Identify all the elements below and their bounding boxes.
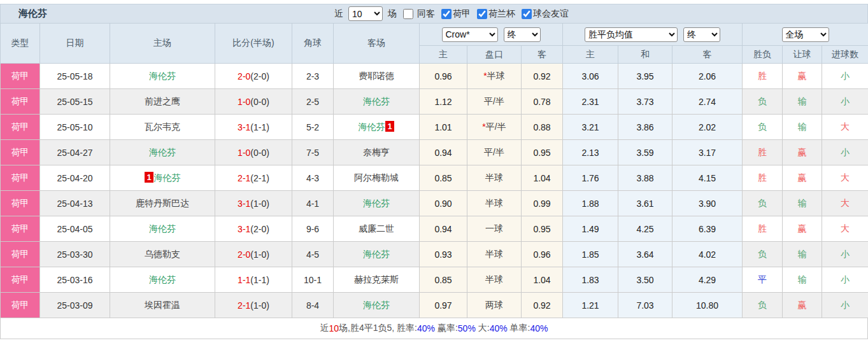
dutch-cup-checkbox[interactable] [477,9,487,19]
score-cell: 3-1(2-0) [215,216,292,242]
handicap-odds-home-cell: 0.97 [420,293,467,318]
league-type-cell: 荷甲 [1,267,40,293]
table-row: 荷甲 25-04-13 鹿特丹斯巴达 3-1(1-0) 4-1 海伦芬 0.90… [1,191,868,216]
eredivisie-checkbox[interactable] [441,9,452,19]
summary-line: 近10场,胜4平1负5, 胜率:40% 赢率:50% 大:40% 单率:40% [0,318,868,339]
date-cell: 25-03-09 [40,293,110,318]
away-team-cell: 赫拉克莱斯 [334,267,420,293]
date-cell: 25-03-16 [40,267,110,293]
result-cell: 胜 [743,140,783,165]
corners-cell: 4-3 [292,165,334,191]
odds-time-select[interactable]: 终 [504,27,541,42]
handicap-odds-away-cell: 0.78 [522,89,563,115]
corners-cell: 9-6 [292,216,334,242]
win-draw-lose-avg-select[interactable]: 胜平负均值 [585,27,678,42]
date-cell: 25-05-18 [40,64,110,89]
team-name[interactable]: 埃因霍温 [145,300,180,310]
dutch-cup-label: 荷兰杯 [488,8,515,20]
avg-away-odds-cell: 2.02 [672,115,743,140]
halftime-score: (2-0) [250,224,269,234]
league-type-cell: 荷甲 [1,115,40,140]
handicap-line-cell: 两球 [467,293,522,318]
fulltime-score: 3-1 [238,224,250,234]
summary-segment: 近 [320,323,329,334]
result-cell: 负 [743,293,783,318]
goals-over-under-cell: 大 [822,191,868,216]
handicap-odds-away-cell: 1.04 [522,267,563,293]
recent-count-select[interactable]: 10 [348,6,383,21]
subcol-avg-away: 客 [672,46,743,64]
avg-draw-odds-cell: 3.73 [618,89,672,115]
eredivisie-label: 荷甲 [453,8,471,20]
avg-away-odds-cell: 3.17 [672,140,743,165]
team-name[interactable]: 威廉二世 [359,223,394,234]
col-home: 主场 [110,24,215,64]
subcol-goals: 进球数 [822,46,868,64]
league-type-cell: 荷甲 [1,89,40,115]
team-name[interactable]: 奈梅亨 [363,147,390,157]
team-name[interactable]: 海伦芬 [363,198,390,208]
fulltime-score: 2-0 [238,71,250,81]
handicap-odds-home-cell: 0.94 [420,216,467,242]
team-name[interactable]: 海伦芬 [363,249,390,259]
subcol-result: 胜负 [743,46,783,64]
table-row: 荷甲 25-03-30 乌德勒支 2-0(1-0) 4-5 海伦芬 0.93 半… [1,242,868,267]
same-away-checkbox[interactable] [403,9,413,19]
score-cell: 1-0(0-0) [215,89,292,115]
date-cell: 25-05-10 [40,115,110,140]
goals-over-under-cell: 小 [822,267,868,293]
team-name[interactable]: 前进之鹰 [145,96,180,106]
avg-home-odds-cell: 1.83 [563,267,618,293]
result-cell: 负 [743,115,783,140]
avg-away-odds-cell: 4.15 [672,165,743,191]
team-name[interactable]: 海伦芬 [149,71,176,81]
handicap-odds-away-cell: 1.04 [522,165,563,191]
handicap-odds-home-cell: 0.85 [420,267,467,293]
team-name[interactable]: 海伦芬 [149,274,176,284]
team-name[interactable]: 赫拉克莱斯 [354,274,399,284]
goals-over-under-cell: 大 [822,216,868,242]
fulltime-score: 2-1 [238,173,250,183]
home-team-cell: 瓦尔韦克 [110,115,215,140]
halftime-score: (1-1) [250,275,269,285]
fulltime-score: 1-0 [238,97,250,107]
team-name[interactable]: 海伦芬 [149,223,176,234]
team-name[interactable]: 海伦芬 [363,300,390,310]
corners-cell: 7-5 [292,140,334,165]
halftime-score: (1-0) [250,300,269,311]
club-friendly-checkbox[interactable] [522,9,532,19]
avg-draw-odds-cell: 3.95 [618,64,672,89]
score-cell: 2-1(1-0) [215,293,292,318]
panel-header: 海伦芬 近 10 场 同客 荷甲 荷兰杯 球会友谊 [0,4,868,23]
avg-draw-odds-cell: 3.64 [618,242,672,267]
handicap-odds-home-cell: 1.12 [420,89,467,115]
avg-time-select[interactable]: 终 [683,27,720,42]
subcol-avg-draw: 和 [618,46,672,64]
avg-away-odds-cell: 4.02 [672,242,743,267]
handicap-result-cell: 输 [783,242,822,267]
team-name[interactable]: 阿尔梅勒城 [354,172,399,183]
team-name[interactable]: 海伦芬 [363,96,390,106]
team-name[interactable]: 海伦芬 [149,147,176,157]
home-team-cell: 埃因霍温 [110,293,215,318]
home-team-cell: 鹿特丹斯巴达 [110,191,215,216]
home-team-cell: 海伦芬 [110,140,215,165]
handicap-odds-home-cell: 0.90 [420,191,467,216]
score-cell: 2-1(2-1) [215,165,292,191]
result-cell: 胜 [743,165,783,191]
goals-over-under-cell: 小 [822,64,868,89]
team-name[interactable]: 海伦芬 [154,172,181,183]
result-cell: 负 [743,191,783,216]
team-name[interactable]: 费耶诺德 [359,71,394,81]
full-match-scope-select[interactable]: 全场 [782,27,829,42]
avg-away-odds-cell: 4.29 [672,267,743,293]
match-table: 类型 日期 主场 比分(半场) 角球 客场 Crow* 终 [0,23,868,318]
team-name[interactable]: 瓦尔韦克 [145,122,180,132]
team-name[interactable]: 鹿特丹斯巴达 [136,198,189,208]
team-name[interactable]: 乌德勒支 [145,249,180,259]
odds-company-select[interactable]: Crow* [442,27,498,42]
fulltime-score: 1-1 [238,275,250,285]
team-name[interactable]: 海伦芬 [358,122,385,132]
away-team-cell: 费耶诺德 [334,64,420,89]
subcol-handicap: 盘口 [467,46,522,64]
